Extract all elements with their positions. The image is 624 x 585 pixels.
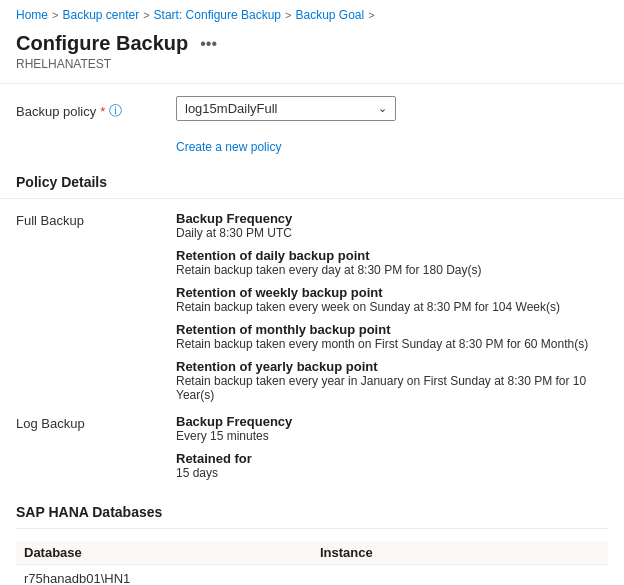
breadcrumb-sep-2: > [143, 9, 149, 21]
full-backup-monthly-retention: Retention of monthly backup point Retain… [176, 322, 608, 351]
col-instance: Instance [312, 541, 608, 565]
full-backup-frequency: Backup Frequency Daily at 8:30 PM UTC [176, 211, 608, 240]
page-subtitle: RHELHANATEST [0, 57, 624, 83]
full-backup-weekly-retention: Retention of weekly backup point Retain … [176, 285, 608, 314]
yearly-retention-value: Retain backup taken every year in Januar… [176, 374, 608, 402]
dropdown-value: log15mDailyFull [185, 101, 277, 116]
log-retained-value: 15 days [176, 466, 608, 480]
log-backup-row: Log Backup Backup Frequency Every 15 min… [16, 414, 608, 488]
daily-retention-label: Retention of daily backup point [176, 248, 608, 263]
col-database: Database [16, 541, 312, 565]
monthly-retention-value: Retain backup taken every month on First… [176, 337, 608, 351]
create-policy-link[interactable]: Create a new policy [176, 140, 281, 154]
sap-divider [16, 528, 608, 529]
log-backup-label: Log Backup [16, 414, 176, 431]
breadcrumb-sep-3: > [285, 9, 291, 21]
log-retained-label: Retained for [176, 451, 608, 466]
backup-policy-label: Backup policy * ⓘ [16, 96, 176, 120]
page-header: Configure Backup ••• [0, 28, 624, 57]
policy-details-title: Policy Details [0, 162, 624, 198]
table-header-row: Database Instance [16, 541, 608, 565]
full-backup-details: Backup Frequency Daily at 8:30 PM UTC Re… [176, 211, 608, 410]
breadcrumb: Home > Backup center > Start: Configure … [0, 0, 624, 28]
breadcrumb-configure-backup[interactable]: Start: Configure Backup [154, 8, 281, 22]
yearly-retention-label: Retention of yearly backup point [176, 359, 608, 374]
full-backup-yearly-retention: Retention of yearly backup point Retain … [176, 359, 608, 402]
breadcrumb-home[interactable]: Home [16, 8, 48, 22]
full-backup-row: Full Backup Backup Frequency Daily at 8:… [16, 211, 608, 410]
full-backup-freq-value: Daily at 8:30 PM UTC [176, 226, 608, 240]
sap-hana-title: SAP HANA Databases [16, 504, 608, 520]
db-instance-1 [312, 565, 608, 586]
weekly-retention-label: Retention of weekly backup point [176, 285, 608, 300]
breadcrumb-backup-center[interactable]: Backup center [62, 8, 139, 22]
daily-retention-value: Retain backup taken every day at 8:30 PM… [176, 263, 608, 277]
backup-policy-control: log15mDailyFull ⌄ Create a new policy [176, 96, 608, 154]
log-backup-details: Backup Frequency Every 15 minutes Retain… [176, 414, 608, 488]
backup-policy-row: Backup policy * ⓘ log15mDailyFull ⌄ Crea… [16, 96, 608, 154]
monthly-retention-label: Retention of monthly backup point [176, 322, 608, 337]
db-name-1: r75hanadb01\HN1 [16, 565, 312, 586]
policy-table: Full Backup Backup Frequency Daily at 8:… [0, 211, 624, 488]
full-backup-label: Full Backup [16, 211, 176, 228]
info-icon[interactable]: ⓘ [109, 102, 122, 120]
breadcrumb-sep-1: > [52, 9, 58, 21]
weekly-retention-value: Retain backup taken every week on Sunday… [176, 300, 608, 314]
backup-policy-label-text: Backup policy [16, 104, 96, 119]
form-section: Backup policy * ⓘ log15mDailyFull ⌄ Crea… [0, 96, 624, 154]
breadcrumb-sep-4: > [368, 9, 374, 21]
log-backup-freq-label: Backup Frequency [176, 414, 608, 429]
header-divider [0, 83, 624, 84]
policy-divider [0, 198, 624, 199]
more-options-icon[interactable]: ••• [196, 33, 221, 55]
table-row: r75hanadb01\HN1 [16, 565, 608, 586]
log-backup-freq-value: Every 15 minutes [176, 429, 608, 443]
full-backup-freq-label: Backup Frequency [176, 211, 608, 226]
breadcrumb-backup-goal[interactable]: Backup Goal [295, 8, 364, 22]
dropdown-arrow-icon: ⌄ [378, 102, 387, 115]
page-title: Configure Backup [16, 32, 188, 55]
sap-hana-section: SAP HANA Databases Database Instance r75… [0, 492, 624, 585]
backup-policy-dropdown[interactable]: log15mDailyFull ⌄ [176, 96, 396, 121]
required-indicator: * [100, 104, 105, 119]
full-backup-daily-retention: Retention of daily backup point Retain b… [176, 248, 608, 277]
database-table: Database Instance r75hanadb01\HN1 NW1 r7… [16, 541, 608, 585]
log-backup-frequency: Backup Frequency Every 15 minutes [176, 414, 608, 443]
log-backup-retained: Retained for 15 days [176, 451, 608, 480]
